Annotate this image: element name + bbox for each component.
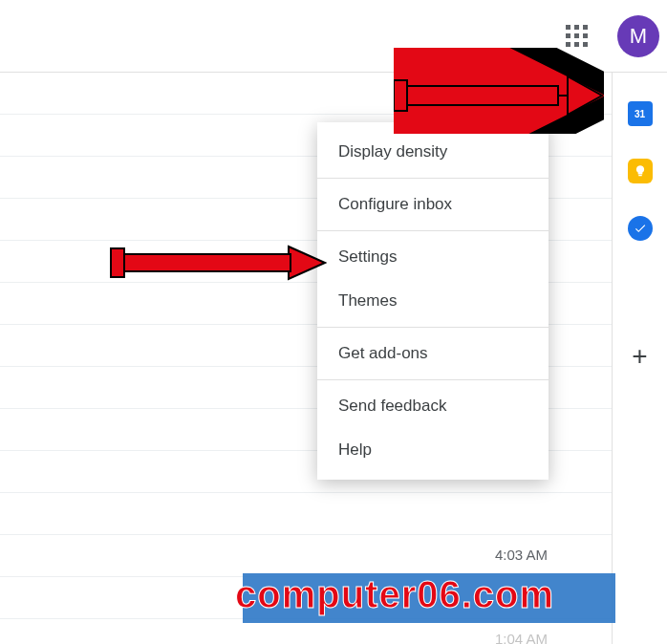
add-addon-icon[interactable]: + (628, 344, 653, 369)
menu-item-help[interactable]: Help (317, 428, 549, 472)
menu-item-themes[interactable]: Themes (317, 279, 549, 323)
annotation-arrow (394, 48, 604, 134)
email-timestamp: 4:03 AM (495, 547, 548, 563)
menu-item-display-density[interactable]: Display density (317, 130, 549, 174)
settings-dropdown-menu: Display density Configure inbox Settings… (317, 122, 549, 480)
svg-marker-2 (568, 76, 602, 115)
menu-separator (317, 327, 549, 328)
menu-item-get-addons[interactable]: Get add-ons (317, 332, 549, 376)
menu-item-send-feedback[interactable]: Send feedback (317, 384, 549, 428)
menu-separator (317, 230, 549, 231)
svg-rect-6 (118, 254, 290, 271)
svg-rect-7 (111, 248, 124, 277)
menu-item-configure-inbox[interactable]: Configure inbox (317, 182, 549, 226)
google-apps-icon[interactable] (566, 25, 589, 48)
avatar-letter: M (630, 24, 647, 49)
svg-marker-5 (289, 247, 325, 279)
menu-separator (317, 178, 549, 179)
list-row (0, 493, 612, 535)
svg-rect-4 (394, 80, 407, 111)
annotation-arrow (107, 220, 327, 306)
account-avatar[interactable]: M (617, 15, 659, 57)
email-timestamp: 1:04 AM (495, 631, 548, 644)
tasks-icon[interactable] (628, 216, 653, 241)
svg-rect-3 (399, 86, 558, 105)
menu-separator (317, 379, 549, 380)
keep-icon[interactable] (628, 159, 653, 183)
watermark-text: computer06.com (235, 573, 554, 616)
side-panel: 31 + (612, 73, 667, 644)
calendar-icon[interactable]: 31 (628, 101, 653, 126)
menu-item-settings[interactable]: Settings (317, 235, 549, 279)
